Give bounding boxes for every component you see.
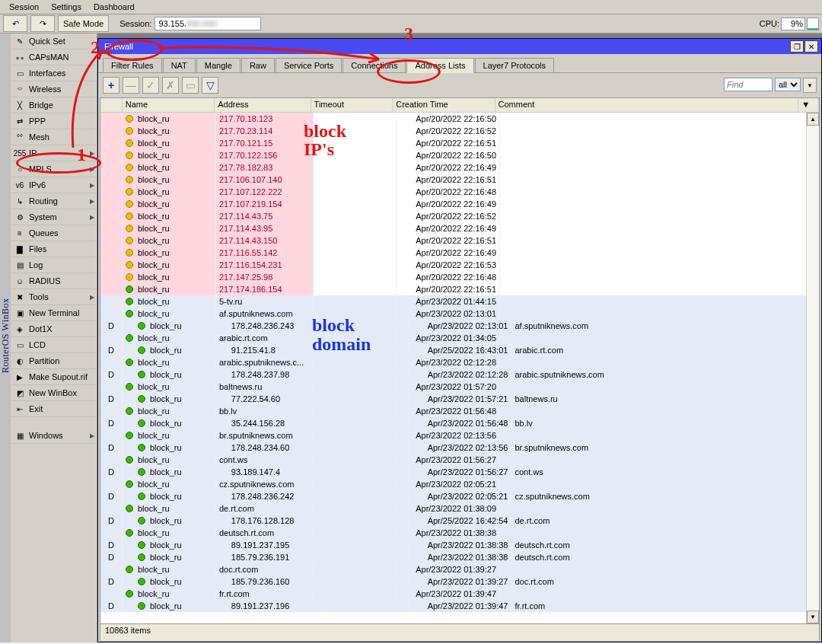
table-row[interactable]: block_rudeutsch.rt.comApr/23/2022 01:38:… <box>100 527 819 539</box>
comment-button[interactable]: ▭ <box>182 77 199 94</box>
scrollbar[interactable]: ▲ ▼ <box>806 113 819 623</box>
filter-select[interactable]: all <box>775 78 801 91</box>
table-row[interactable]: block_rude.rt.comApr/23/2022 01:38:09 <box>100 502 819 515</box>
cpu-value: 9% <box>781 18 805 30</box>
menu-session[interactable]: Session <box>3 1 45 13</box>
table-row[interactable]: block_ru217.107.122.222Apr/20/2022 22:16… <box>100 186 819 198</box>
table-row[interactable]: Dblock_ru77.222.54.60Apr/23/2022 01:57:2… <box>100 393 819 405</box>
table-row[interactable]: Dblock_ru89.191.237.195Apr/23/2022 01:38… <box>100 539 819 551</box>
restore-button[interactable]: ❐ <box>790 40 804 53</box>
table-row[interactable]: Dblock_ru93.189.147.4Apr/23/2022 01:56:2… <box>100 466 819 478</box>
table-row[interactable]: block_rubr.sputniknews.comApr/23/2022 02… <box>100 429 819 442</box>
table-row[interactable]: Dblock_ru178.248.236.243Apr/23/2022 02:1… <box>100 320 819 332</box>
table-row[interactable]: block_ru217.114.43.150Apr/20/2022 22:16:… <box>100 234 819 247</box>
tab-nat[interactable]: NAT <box>163 58 196 72</box>
table-row[interactable]: Dblock_ru185.79.236.160Apr/23/2022 01:39… <box>100 575 819 588</box>
table-row[interactable]: Dblock_ru35.244.156.28Apr/23/2022 01:56:… <box>100 417 819 429</box>
submenu-arrow-icon: ▶ <box>90 432 94 439</box>
table-row[interactable]: block_ru217.114.43.75Apr/20/2022 22:16:5… <box>100 210 819 222</box>
sidebar-item-system[interactable]: ⚙System▶ <box>11 209 97 225</box>
table-row[interactable]: block_ru217.78.182.83Apr/20/2022 22:16:4… <box>100 161 819 174</box>
scroll-down-icon[interactable]: ▼ <box>807 611 819 623</box>
sidebar-item-wireless[interactable]: ⌔Wireless <box>11 81 97 97</box>
submenu-arrow-icon: ▶ <box>90 294 94 301</box>
mdi-area: Firewall ❐ ✕ Filter RulesNATMangleRawSer… <box>97 33 822 642</box>
table-row[interactable]: block_ru217.107.219.154Apr/20/2022 22:16… <box>100 198 819 210</box>
table-row[interactable]: block_ruaf.sputniknews.comApr/23/2022 02… <box>100 308 819 320</box>
table-row[interactable]: Dblock_ru91.215.41.8Apr/25/2022 16:43:01… <box>100 344 819 356</box>
grid-header[interactable]: Name Address Timeout Creation Time Comme… <box>100 98 819 113</box>
sidebar-item-lcd[interactable]: ▭LCD <box>11 337 97 353</box>
sidebar-item-exit[interactable]: ⇤Exit <box>11 401 97 417</box>
tab-service-ports[interactable]: Service Ports <box>276 58 342 72</box>
table-row[interactable]: block_ruarabic.sputniknews.c...Apr/23/20… <box>100 356 819 368</box>
sidebar-item-queues[interactable]: ≡Queues <box>11 225 97 241</box>
menu-settings[interactable]: Settings <box>45 1 88 13</box>
sidebar-item-new-terminal[interactable]: ▣New Terminal <box>11 305 97 321</box>
sidebar-item-windows[interactable]: ▦Windows▶ <box>11 428 97 444</box>
sidebar-item-tools[interactable]: ✖Tools▶ <box>11 289 97 305</box>
dropdown-button[interactable]: ▼ <box>803 78 817 93</box>
sidebar-item-log[interactable]: ▤Log <box>11 257 97 273</box>
redo-button[interactable]: ↷ <box>30 15 55 32</box>
table-row[interactable]: block_rucont.wsApr/23/2022 01:56:27 <box>100 454 819 466</box>
sidebar-item-bridge[interactable]: ╳Bridge <box>11 97 97 113</box>
table-row[interactable]: Dblock_ru89.191.237.196Apr/23/2022 01:39… <box>100 600 819 612</box>
tab-mangle[interactable]: Mangle <box>196 58 241 72</box>
window-titlebar[interactable]: Firewall ❐ ✕ <box>98 39 821 54</box>
table-row[interactable]: Dblock_ru178.176.128.128Apr/25/2022 16:4… <box>100 515 819 527</box>
table-row[interactable]: Dblock_ru178.248.236.242Apr/23/2022 02:0… <box>100 490 819 502</box>
table-row[interactable]: block_ru217.116.154.231Apr/20/2022 22:16… <box>100 259 819 271</box>
table-row[interactable]: block_ru217.174.186.154Apr/20/2022 22:16… <box>100 283 819 295</box>
table-row[interactable]: block_rucz.sputniknews.comApr/23/2022 02… <box>100 478 819 490</box>
table-row[interactable]: block_rubb.lvApr/23/2022 01:56:48 <box>100 405 819 417</box>
table-row[interactable]: block_ru217.70.23.114Apr/20/2022 22:16:5… <box>100 125 819 137</box>
sidebar-icon: ✖ <box>14 291 26 303</box>
session-ip-field: 93.155.000.000 <box>155 17 261 30</box>
table-row[interactable]: block_ru217.70.18.123Apr/20/2022 22:16:5… <box>100 113 819 125</box>
sidebar-item-capsman[interactable]: ∘∘CAPsMAN <box>11 49 97 65</box>
table-row[interactable]: Dblock_ru185.79.236.191Apr/23/2022 01:38… <box>100 551 819 563</box>
sidebar-item-files[interactable]: ▇Files <box>11 241 97 257</box>
table-row[interactable]: block_ru217.147.25.98Apr/20/2022 22:16:4… <box>100 271 819 283</box>
sidebar-item-quick-set[interactable]: ✎Quick Set <box>11 33 97 49</box>
sidebar-item-dot1x[interactable]: ◈Dot1X <box>11 321 97 337</box>
table-row[interactable]: Dblock_ru178.248.237.98Apr/23/2022 02:12… <box>100 368 819 381</box>
sidebar-item-new-winbox[interactable]: ◩New WinBox <box>11 385 97 401</box>
close-button[interactable]: ✕ <box>804 40 818 53</box>
sidebar-item-make-supout.rif[interactable]: ▶Make Supout.rif <box>11 369 97 385</box>
sidebar-item-mesh[interactable]: °°Mesh <box>11 129 97 145</box>
table-row[interactable]: block_ruarabic.rt.comApr/23/2022 01:34:0… <box>100 332 819 344</box>
sidebar-icon: ◐ <box>14 355 26 367</box>
table-row[interactable]: block_ru217.114.43.95Apr/20/2022 22:16:4… <box>100 222 819 234</box>
sidebar-icon: ▇ <box>14 243 26 255</box>
add-button[interactable]: + <box>103 77 119 94</box>
table-row[interactable]: block_ru5-tv.ruApr/23/2022 01:44:15 <box>100 295 819 308</box>
table-row[interactable]: block_rubaltnews.ruApr/23/2022 01:57:20 <box>100 381 819 393</box>
tab-raw[interactable]: Raw <box>241 58 275 72</box>
table-row[interactable]: block_ru217.70.121.15Apr/20/2022 22:16:5… <box>100 137 819 149</box>
table-row[interactable]: block_ru217.106.107.140Apr/20/2022 22:16… <box>100 174 819 186</box>
main-toolbar: ↶ ↷ Safe Mode Session: 93.155.000.000 CP… <box>0 14 822 33</box>
sidebar-item-partition[interactable]: ◐Partition <box>11 353 97 369</box>
tab-layer7-protocols[interactable]: Layer7 Protocols <box>475 58 555 72</box>
table-row[interactable]: block_rudoc.rt.comApr/23/2022 01:39:27 <box>100 563 819 575</box>
table-row[interactable]: block_ru217.70.122.156Apr/20/2022 22:16:… <box>100 149 819 161</box>
sidebar-item-radius[interactable]: ☺RADIUS <box>11 273 97 289</box>
sidebar-item-routing[interactable]: ↳Routing▶ <box>11 193 97 209</box>
remove-button[interactable]: — <box>123 77 139 94</box>
sidebar-item-interfaces[interactable]: ▭Interfaces <box>11 65 97 81</box>
table-row[interactable]: block_rufr.rt.comApr/23/2022 01:39:47 <box>100 588 819 600</box>
enable-button[interactable]: ✓ <box>142 77 159 94</box>
undo-button[interactable]: ↶ <box>3 15 27 32</box>
table-row[interactable]: block_ru217.116.55.142Apr/20/2022 22:16:… <box>100 247 819 259</box>
sidebar-item-ipv6[interactable]: v6IPv6▶ <box>11 177 97 193</box>
find-input[interactable] <box>724 78 773 91</box>
sidebar-item-ppp[interactable]: ⇄PPP <box>11 113 97 129</box>
disable-button[interactable]: ✗ <box>162 77 179 94</box>
scroll-up-icon[interactable]: ▲ <box>807 113 819 126</box>
filter-button[interactable]: ▽ <box>202 77 218 94</box>
menu-dashboard[interactable]: Dashboard <box>88 1 141 13</box>
safe-mode-button[interactable]: Safe Mode <box>58 15 109 32</box>
table-row[interactable]: Dblock_ru178.248.234.60Apr/23/2022 02:13… <box>100 442 819 454</box>
